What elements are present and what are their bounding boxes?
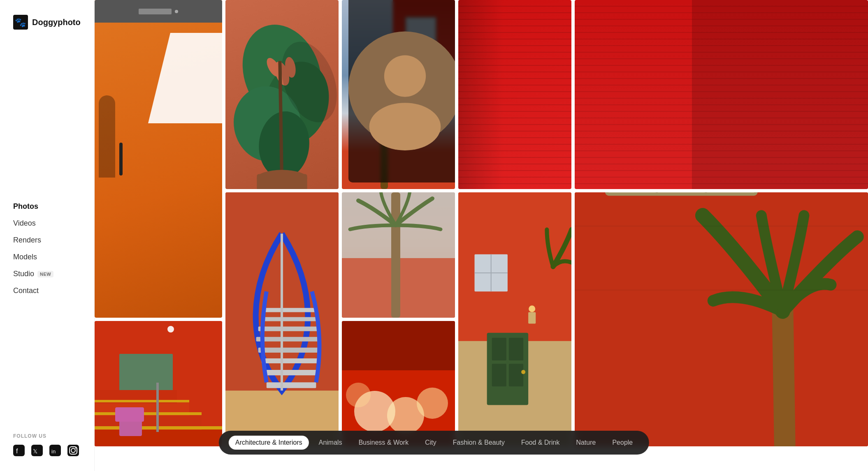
photo-misty-palm[interactable] [342,192,455,318]
svg-line-19 [280,61,282,189]
photo-orange-house[interactable] [458,192,571,446]
svg-rect-2 [13,445,25,456]
photo-red-wall-2[interactable] [575,0,868,189]
svg-rect-68 [607,192,756,194]
svg-rect-48 [265,308,318,312]
facebook-icon[interactable]: f [13,445,25,456]
cat-fashion[interactable]: Fashion & Beauty [446,436,511,450]
cat-business[interactable]: Business & Work [352,436,415,450]
svg-rect-53 [342,192,455,318]
photo-red-house[interactable] [575,192,868,446]
svg-rect-21 [257,174,307,189]
logo[interactable]: 🐾 Doggyphoto [13,15,81,30]
sidebar: 🐾 Doggyphoto Photos Videos Renders Model… [0,0,95,471]
photo-colorful-stairs[interactable] [95,321,222,446]
svg-rect-35 [119,420,142,436]
category-bar: Architecture & Interiors Animals Busines… [219,431,649,455]
nav-videos[interactable]: Videos [13,219,81,228]
svg-rect-41 [267,382,316,388]
svg-point-66 [529,305,535,312]
svg-rect-44 [258,348,320,353]
twitter-icon[interactable]: 𝕏 [31,445,43,456]
svg-text:f: f [16,448,18,455]
photo-grid: Oleksandr Kurchev Available for hire [95,0,868,446]
svg-rect-81 [342,321,455,370]
svg-text:🐾: 🐾 [15,17,26,28]
user-avatar [354,80,370,96]
svg-rect-65 [528,312,536,323]
cat-architecture[interactable]: Architecture & Interiors [229,436,309,450]
photo-plant[interactable] [225,0,339,189]
svg-text:in: in [51,448,56,455]
photo-building-palm[interactable]: Oleksandr Kurchev Available for hire [342,0,455,189]
svg-text:𝕏: 𝕏 [33,448,37,455]
svg-rect-33 [95,412,202,415]
cat-animals[interactable]: Animals [312,436,349,450]
svg-point-61 [521,370,525,374]
svg-rect-37 [156,383,159,432]
user-card[interactable]: Oleksandr Kurchev Available for hire [348,0,455,182]
svg-rect-57 [492,338,506,360]
photo-spiral-staircase[interactable] [225,192,339,446]
social-icons: f 𝕏 in [13,445,81,456]
svg-rect-58 [492,364,506,386]
svg-rect-42 [265,370,318,375]
logo-text: Doggyphoto [32,18,81,27]
linkedin-icon[interactable]: in [49,445,61,456]
photo-orange-door[interactable] [95,0,222,318]
svg-rect-47 [262,317,319,321]
svg-point-38 [167,326,174,332]
cat-city[interactable]: City [418,436,443,450]
svg-rect-60 [509,364,523,386]
svg-point-80 [346,383,371,407]
svg-rect-59 [509,338,523,360]
svg-point-79 [417,388,448,419]
nav-studio[interactable]: Studio NEW [13,270,81,278]
new-badge: NEW [37,271,53,277]
nav-contact[interactable]: Contact [13,286,81,295]
follow-section: FOLLOW US f 𝕏 in [13,433,81,456]
nav-renders[interactable]: Renders [13,236,81,245]
photo-lights[interactable] [342,321,455,446]
logo-icon: 🐾 [13,15,28,30]
nav-links: Photos Videos Renders Models Studio NEW … [13,202,81,295]
svg-rect-45 [256,337,320,342]
follow-label: FOLLOW US [13,433,81,439]
nav-models[interactable]: Models [13,253,81,261]
cat-people[interactable]: People [606,436,639,450]
main-content: Oleksandr Kurchev Available for hire [95,0,868,471]
cat-nature[interactable]: Nature [569,436,602,450]
nav-photos[interactable]: Photos [13,202,81,211]
instagram-icon[interactable] [67,445,79,456]
svg-rect-43 [262,358,320,363]
cat-food[interactable]: Food & Drink [515,436,566,450]
photo-red-wall-1[interactable] [458,0,571,189]
svg-rect-36 [115,407,144,422]
svg-point-23 [354,80,370,96]
svg-rect-34 [95,400,189,402]
svg-rect-46 [258,327,320,331]
